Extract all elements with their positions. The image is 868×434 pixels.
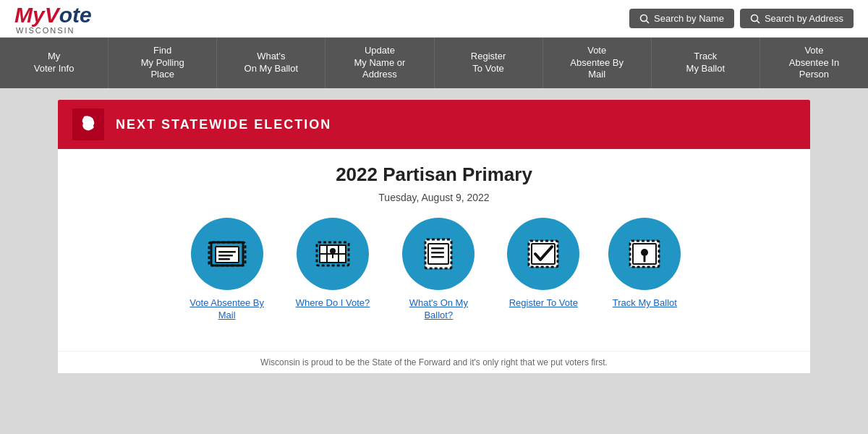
logo-wisconsin: WISCONSIN	[14, 26, 92, 35]
mail-icon	[205, 232, 249, 276]
banner-header: NEXT STATEWIDE ELECTION	[58, 100, 810, 149]
track-ballot-circle	[608, 218, 681, 290]
logo-vote-ote: ote	[59, 3, 92, 27]
location-map-icon	[311, 232, 354, 276]
svg-rect-18	[431, 252, 444, 254]
nav-absentee-person[interactable]: VoteAbsentee InPerson	[760, 38, 868, 88]
bottom-hint: Wisconsin is proud to be the State of th…	[58, 351, 810, 373]
action-track-ballot[interactable]: Track My Ballot	[608, 218, 681, 322]
register-vote-circle	[507, 218, 579, 290]
election-content: 2022 Partisan Primary Tuesday, August 9,…	[58, 149, 810, 351]
header: My Vote WISCONSIN Search by Name Search …	[0, 0, 868, 38]
svg-rect-8	[218, 258, 230, 260]
main-content: NEXT STATEWIDE ELECTION 2022 Partisan Pr…	[0, 88, 868, 385]
action-where-vote[interactable]: Where Do I Vote?	[296, 218, 370, 322]
nav-track-ballot[interactable]: TrackMy Ballot	[652, 38, 760, 88]
svg-line-1	[647, 20, 650, 23]
search-buttons: Search by Name Search by Address	[629, 9, 854, 28]
svg-line-3	[757, 20, 760, 23]
vote-absentee-mail-circle	[191, 218, 263, 290]
logo-area: My Vote WISCONSIN	[14, 3, 92, 35]
whats-ballot-circle	[402, 218, 475, 290]
logo-my: My	[14, 3, 45, 27]
nav-absentee-mail[interactable]: VoteAbsentee ByMail	[543, 38, 652, 88]
ballot-list-icon	[417, 232, 460, 276]
track-ballot-label: Track My Ballot	[613, 297, 677, 310]
nav-update-name[interactable]: UpdateMy Name orAddress	[326, 38, 434, 88]
where-vote-circle	[297, 218, 369, 290]
svg-point-0	[641, 14, 647, 21]
register-vote-label: Register To Vote	[509, 297, 578, 310]
logo-vote-v: V	[45, 3, 59, 27]
nav-register[interactable]: RegisterTo Vote	[435, 38, 543, 88]
svg-point-14	[330, 248, 336, 254]
svg-rect-17	[431, 247, 444, 250]
svg-rect-16	[428, 244, 448, 264]
action-icon-grid: Vote Absentee By Mail	[72, 218, 796, 322]
search-by-address-button[interactable]: Search by Address	[740, 9, 854, 28]
where-vote-label: Where Do I Vote?	[296, 297, 370, 310]
election-date: Tuesday, August 9, 2022	[72, 192, 796, 203]
nav-polling-place[interactable]: FindMy PollingPlace	[109, 38, 217, 88]
vote-absentee-mail-label: Vote Absentee By Mail	[187, 297, 267, 322]
svg-point-2	[751, 14, 757, 21]
wisconsin-shape-icon	[78, 114, 98, 135]
checkmark-ballot-icon	[522, 232, 565, 276]
wisconsin-badge	[72, 109, 104, 140]
whats-ballot-label: What's On My Ballot?	[399, 297, 478, 322]
search-by-name-button[interactable]: Search by Name	[629, 9, 734, 28]
nav-voter-info[interactable]: MyVoter Info	[0, 38, 109, 88]
action-vote-absentee-mail[interactable]: Vote Absentee By Mail	[187, 218, 267, 322]
search-icon-2	[750, 14, 760, 24]
election-title: 2022 Partisan Primary	[72, 163, 796, 186]
search-icon	[639, 14, 650, 24]
track-ballot-icon	[623, 232, 666, 276]
action-whats-ballot[interactable]: What's On My Ballot?	[399, 218, 478, 322]
logo-container: My Vote WISCONSIN	[14, 3, 92, 35]
banner-title: NEXT STATEWIDE ELECTION	[116, 117, 331, 132]
svg-rect-19	[431, 256, 444, 258]
nav-bar: MyVoter Info FindMy PollingPlace What'sO…	[0, 38, 868, 88]
svg-rect-7	[218, 255, 233, 257]
action-register-vote[interactable]: Register To Vote	[507, 218, 579, 322]
nav-ballot[interactable]: What'sOn My Ballot	[217, 38, 326, 88]
svg-rect-6	[218, 251, 236, 253]
election-banner: NEXT STATEWIDE ELECTION 2022 Partisan Pr…	[58, 100, 810, 373]
